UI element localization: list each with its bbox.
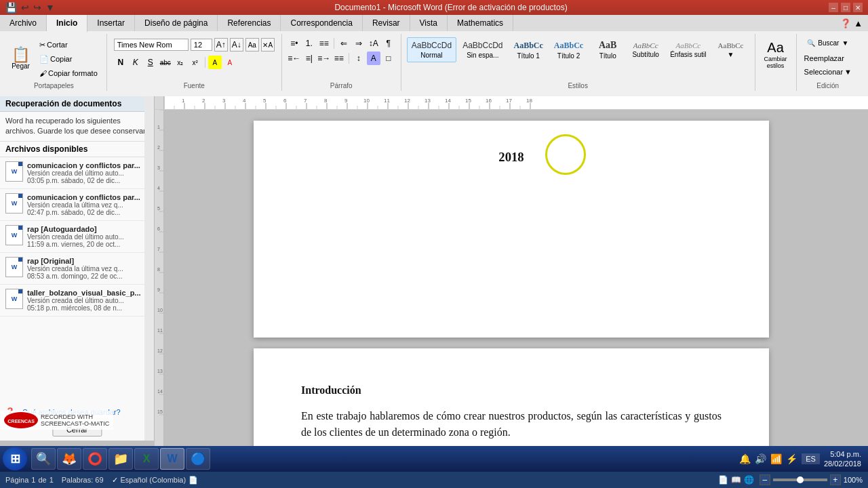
style-heading1[interactable]: AaBbCc Título 1: [509, 37, 548, 63]
style-more[interactable]: AaBbCc ▼: [713, 38, 749, 62]
tab-referencias[interactable]: Referencias: [218, 15, 281, 31]
taskbar-word[interactable]: W: [160, 448, 184, 470]
cambiar-estilos-button[interactable]: Aa Cambiarestilos: [760, 34, 792, 75]
search-icon: 🔍: [807, 39, 815, 47]
cut-button[interactable]: ✂ Cortar: [36, 38, 101, 52]
minimize-ribbon-icon[interactable]: ▲: [854, 18, 863, 28]
quick-save[interactable]: 💾: [5, 2, 17, 13]
file-name: rap [Autoguardado]: [27, 225, 149, 233]
maximize-button[interactable]: □: [841, 3, 850, 12]
italic-button[interactable]: K: [129, 56, 142, 69]
font-format-menu[interactable]: Aa: [245, 38, 259, 52]
taskbar-search[interactable]: 🔍: [31, 448, 56, 470]
document-area[interactable]: 2018 Introducción En este trabajo hablar…: [155, 110, 868, 472]
file-item[interactable]: W rap [Autoguardado] Versión creada del …: [0, 221, 154, 253]
underline-button[interactable]: S: [144, 56, 157, 69]
zoom-in-button[interactable]: +: [830, 474, 841, 485]
highlight-button[interactable]: A: [208, 56, 222, 69]
quick-undo[interactable]: ↩: [21, 2, 29, 13]
taskbar-browser2[interactable]: ⭕: [83, 448, 107, 470]
tray-icon-3[interactable]: 📶: [770, 453, 782, 464]
svg-text:1: 1: [157, 125, 160, 129]
quick-customize[interactable]: ▼: [45, 2, 55, 13]
multilevel-button[interactable]: ≡≡: [317, 37, 331, 50]
svg-text:7: 7: [157, 247, 160, 251]
tab-inicio[interactable]: Inicio: [47, 15, 87, 33]
style-subtle[interactable]: AaBbCc Énfasis sutil: [665, 38, 711, 62]
borders-button[interactable]: □: [382, 52, 395, 65]
taskbar-right: 🔔 🔊 📶 ⚡ ES 5:04 p.m. 28/02/2018: [739, 449, 865, 469]
font-name-input[interactable]: Times New Rom: [114, 39, 189, 51]
quick-redo[interactable]: ↪: [33, 2, 41, 13]
align-right[interactable]: ≡→: [317, 52, 331, 65]
language-status[interactable]: Español (Colombia): [121, 476, 186, 484]
style-normal[interactable]: AaBbCcDd Normal: [407, 37, 456, 62]
copy-button[interactable]: 📄 Copiar: [36, 52, 101, 66]
line-spacing[interactable]: ↕: [352, 52, 366, 65]
page-indicator[interactable]: Página 1 de 1: [5, 476, 54, 484]
file-item[interactable]: W rap [Original] Versión creada la últim…: [0, 253, 154, 285]
view-read-icon[interactable]: 📖: [731, 475, 741, 485]
tab-archivo[interactable]: Archivo: [0, 15, 47, 31]
tab-correspondencia[interactable]: Correspondencia: [281, 15, 362, 31]
superscript-button[interactable]: x²: [189, 56, 202, 69]
increase-indent[interactable]: ⇒: [352, 37, 366, 50]
edicion-group: 🔍 Buscar ▼ Reemplazar Seleccionar ▼ Edic…: [797, 34, 859, 91]
tray-icon-4[interactable]: ⚡: [786, 453, 797, 464]
help-icon[interactable]: ❓: [840, 18, 851, 28]
tab-math[interactable]: Mathematics: [448, 15, 513, 31]
language-indicator[interactable]: ES: [802, 453, 820, 464]
tab-vista[interactable]: Vista: [410, 15, 448, 31]
tab-revisar[interactable]: Revisar: [363, 15, 410, 31]
minimize-button[interactable]: –: [829, 3, 838, 12]
word-count[interactable]: Palabras: 69: [62, 476, 104, 484]
file-item[interactable]: W comunicacion y conflictos par... Versi…: [0, 157, 154, 189]
taskbar-excel[interactable]: X: [134, 448, 159, 470]
zoom-out-button[interactable]: –: [760, 474, 770, 485]
zoom-slider[interactable]: [773, 479, 827, 481]
copy-format-button[interactable]: 🖌 Copiar formato: [36, 66, 101, 80]
style-title[interactable]: AaB Título: [589, 37, 626, 63]
zoom-level[interactable]: 100%: [844, 476, 863, 484]
strikethrough-button[interactable]: abc: [159, 56, 172, 69]
file-item[interactable]: W comunicacion y conflictos par... Versi…: [0, 189, 154, 221]
bold-button[interactable]: N: [114, 56, 127, 69]
taskbar-app7[interactable]: 🔵: [186, 448, 210, 470]
view-web-icon[interactable]: 🌐: [744, 475, 754, 485]
close-button[interactable]: ✕: [853, 3, 863, 12]
start-button[interactable]: ⊞: [3, 447, 27, 470]
panel-scrollbar[interactable]: [144, 96, 154, 441]
numbering-button[interactable]: 1.: [302, 37, 316, 50]
align-justify[interactable]: ≡≡: [332, 52, 346, 65]
taskbar-firefox[interactable]: 🦊: [57, 448, 81, 470]
subscript-button[interactable]: x₂: [174, 56, 187, 69]
style-no-spacing[interactable]: AaBbCcDd Sin espa...: [458, 37, 507, 62]
tab-diseno[interactable]: Diseño de página: [135, 15, 218, 31]
show-marks-button[interactable]: ¶: [382, 37, 395, 50]
font-size-increase[interactable]: A↑: [214, 38, 228, 52]
reemplazar-button[interactable]: Reemplazar: [801, 52, 855, 65]
tray-icon-1[interactable]: 🔔: [739, 453, 751, 464]
vertical-ruler: 1 2 3 4 5 6 7 8 9 10 11 12 13 1: [155, 110, 164, 472]
font-size-input[interactable]: 12: [191, 39, 212, 51]
buscar-button[interactable]: 🔍 Buscar ▼: [801, 34, 855, 52]
font-size-decrease[interactable]: A↓: [230, 38, 243, 52]
taskbar: ⊞ 🔍 🦊 ⭕ 📁 X W 🔵 SCREENCAST RECORDED WITH…: [0, 446, 868, 472]
style-heading2[interactable]: AaBbCc Título 2: [549, 37, 588, 63]
style-subtitle[interactable]: AaBbCc Subtítulo: [627, 38, 664, 62]
align-center[interactable]: ≡|: [302, 52, 316, 65]
seleccionar-button[interactable]: Seleccionar ▼: [801, 65, 855, 79]
font-color-button[interactable]: A: [223, 56, 237, 69]
view-print-icon[interactable]: 📄: [718, 475, 728, 485]
tab-insertar[interactable]: Insertar: [87, 15, 135, 31]
bullets-button[interactable]: ≡•: [288, 37, 301, 50]
shading-button[interactable]: A: [367, 52, 380, 65]
decrease-indent[interactable]: ⇐: [337, 37, 351, 50]
taskbar-explorer[interactable]: 📁: [108, 448, 133, 470]
paste-button[interactable]: 📋 Pegar: [7, 37, 35, 80]
file-item[interactable]: W taller_bolzano_visual_basic_p... Versi…: [0, 285, 154, 317]
align-left[interactable]: ≡←: [288, 52, 301, 65]
sort-button[interactable]: ↕A: [367, 37, 380, 50]
tray-icon-2[interactable]: 🔊: [755, 453, 766, 464]
clear-format-button[interactable]: ✕A: [261, 38, 275, 52]
